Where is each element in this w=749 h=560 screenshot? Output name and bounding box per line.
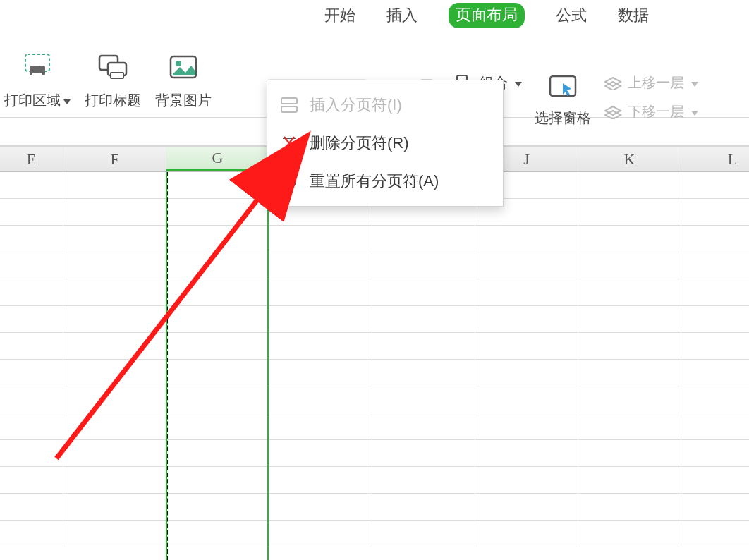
grid-cell[interactable] xyxy=(63,360,166,386)
print-area-button[interactable]: 打印区域 xyxy=(0,51,78,117)
grid-cell[interactable] xyxy=(372,386,475,413)
grid-cell[interactable] xyxy=(0,172,63,198)
grid-cell[interactable] xyxy=(372,279,475,305)
grid-cell[interactable] xyxy=(475,279,578,305)
tab-start[interactable]: 开始 xyxy=(324,5,355,26)
grid-cell[interactable] xyxy=(63,494,166,520)
bring-forward-button[interactable]: 上移一层 xyxy=(604,73,698,92)
grid-cell[interactable] xyxy=(269,494,372,520)
grid-cell[interactable] xyxy=(681,279,749,305)
grid-cell[interactable] xyxy=(681,521,749,547)
grid-cell[interactable] xyxy=(63,172,166,198)
selection-pane-button[interactable]: 选择窗格 xyxy=(535,73,591,128)
grid-cell[interactable] xyxy=(0,360,63,386)
grid-cell[interactable] xyxy=(372,252,475,279)
grid-cell[interactable] xyxy=(578,467,681,493)
grid-cell[interactable] xyxy=(0,252,63,279)
grid-cell[interactable] xyxy=(166,386,269,413)
grid-cell[interactable] xyxy=(166,199,269,225)
grid-cell[interactable] xyxy=(269,413,372,439)
grid-cell[interactable] xyxy=(269,467,372,493)
grid-cell[interactable] xyxy=(63,467,166,493)
grid-cell[interactable] xyxy=(372,440,475,466)
grid-cell[interactable] xyxy=(63,333,166,359)
grid-cell[interactable] xyxy=(681,199,749,225)
grid-cell[interactable] xyxy=(166,440,269,466)
grid-cell[interactable] xyxy=(63,279,166,305)
grid-cell[interactable] xyxy=(475,467,578,493)
grid-cell[interactable] xyxy=(372,360,475,386)
column-header-L[interactable]: L xyxy=(681,147,749,171)
grid-cell[interactable] xyxy=(269,440,372,466)
reset-page-breaks-item[interactable]: 重置所有分页符(A) xyxy=(267,162,503,200)
grid-cell[interactable] xyxy=(475,413,578,439)
grid-cell[interactable] xyxy=(681,172,749,198)
grid-cell[interactable] xyxy=(0,494,63,520)
grid-cell[interactable] xyxy=(0,226,63,252)
grid-cell[interactable] xyxy=(372,226,475,252)
grid-cell[interactable] xyxy=(475,494,578,520)
grid-cell[interactable] xyxy=(681,226,749,252)
grid-cell[interactable] xyxy=(475,226,578,252)
grid-cell[interactable] xyxy=(578,494,681,520)
column-header-E[interactable]: E xyxy=(0,147,63,171)
grid-cell[interactable] xyxy=(578,440,681,466)
grid-cell[interactable] xyxy=(681,413,749,439)
grid-cell[interactable] xyxy=(475,440,578,466)
grid-cell[interactable] xyxy=(681,333,749,359)
grid-cell[interactable] xyxy=(578,252,681,279)
grid-cell[interactable] xyxy=(269,386,372,413)
grid-cell[interactable] xyxy=(681,440,749,466)
grid-cell[interactable] xyxy=(681,252,749,279)
grid-cell[interactable] xyxy=(681,360,749,386)
grid-cell[interactable] xyxy=(0,413,63,439)
grid-cell[interactable] xyxy=(166,279,269,305)
column-header-F[interactable]: F xyxy=(63,147,166,171)
grid-cell[interactable] xyxy=(681,494,749,520)
grid-cell[interactable] xyxy=(475,521,578,547)
tab-page-layout[interactable]: 页面布局 xyxy=(449,3,525,28)
grid-cell[interactable] xyxy=(578,360,681,386)
grid-cell[interactable] xyxy=(269,333,372,359)
grid-cell[interactable] xyxy=(269,252,372,279)
grid-cell[interactable] xyxy=(63,413,166,439)
grid-cell[interactable] xyxy=(372,467,475,493)
tab-formulas[interactable]: 公式 xyxy=(556,5,587,26)
column-header-K[interactable]: K xyxy=(578,147,681,171)
grid-cell[interactable] xyxy=(0,521,63,547)
grid-cell[interactable] xyxy=(0,440,63,466)
grid-cell[interactable] xyxy=(63,386,166,413)
column-header-G[interactable]: G xyxy=(166,147,269,171)
grid-cell[interactable] xyxy=(63,199,166,225)
print-titles-button[interactable]: 打印标题 xyxy=(78,51,148,117)
grid-cell[interactable] xyxy=(372,521,475,547)
grid-cell[interactable] xyxy=(166,172,269,198)
grid-cell[interactable] xyxy=(0,333,63,359)
remove-page-break-item[interactable]: 删除分页符(R) xyxy=(267,124,503,162)
grid-cell[interactable] xyxy=(166,494,269,520)
grid-cell[interactable] xyxy=(63,440,166,466)
cell-grid[interactable] xyxy=(0,172,749,560)
grid-cell[interactable] xyxy=(0,467,63,493)
grid-cell[interactable] xyxy=(475,386,578,413)
grid-cell[interactable] xyxy=(63,521,166,547)
grid-cell[interactable] xyxy=(166,521,269,547)
background-button[interactable]: 背景图片 xyxy=(148,51,219,117)
grid-cell[interactable] xyxy=(681,306,749,332)
grid-cell[interactable] xyxy=(166,333,269,359)
send-backward-button[interactable]: 下移一层 xyxy=(604,102,698,121)
grid-cell[interactable] xyxy=(166,467,269,493)
grid-cell[interactable] xyxy=(63,226,166,252)
grid-cell[interactable] xyxy=(372,494,475,520)
grid-cell[interactable] xyxy=(578,199,681,225)
grid-cell[interactable] xyxy=(475,360,578,386)
grid-cell[interactable] xyxy=(578,172,681,198)
grid-cell[interactable] xyxy=(578,226,681,252)
grid-cell[interactable] xyxy=(166,413,269,439)
grid-cell[interactable] xyxy=(269,226,372,252)
grid-cell[interactable] xyxy=(475,333,578,359)
grid-cell[interactable] xyxy=(372,333,475,359)
grid-cell[interactable] xyxy=(63,306,166,332)
grid-cell[interactable] xyxy=(166,226,269,252)
grid-cell[interactable] xyxy=(681,386,749,413)
